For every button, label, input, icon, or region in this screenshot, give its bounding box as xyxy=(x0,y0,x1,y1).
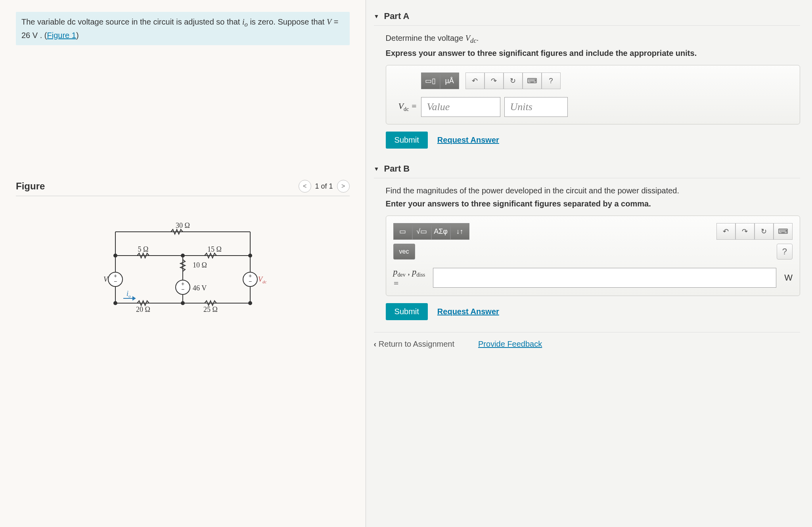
part-b-instruction: Enter your answers to three significant … xyxy=(386,199,800,208)
svg-point-9 xyxy=(181,254,184,257)
figure-title: Figure xyxy=(16,181,45,192)
provide-feedback-link[interactable]: Provide Feedback xyxy=(478,340,542,349)
svg-point-13 xyxy=(249,302,252,305)
greek-button[interactable]: ΑΣφ xyxy=(431,223,450,240)
caret-down-icon: ▼ xyxy=(374,13,379,19)
keyboard-button[interactable]: ⌨ xyxy=(774,223,793,240)
problem-statement: The variable dc voltage source in the ci… xyxy=(16,12,350,45)
format-button[interactable]: ▭ xyxy=(393,223,412,240)
svg-text:5 Ω: 5 Ω xyxy=(138,245,148,253)
part-a-title: Part A xyxy=(384,11,409,21)
part-b-title: Part B xyxy=(384,164,410,174)
vec-button[interactable]: vec xyxy=(393,244,415,260)
units-input[interactable]: Units xyxy=(504,97,568,117)
svg-point-10 xyxy=(249,254,252,257)
svg-text:−: − xyxy=(114,278,117,285)
svg-text:Vdc: Vdc xyxy=(258,275,267,284)
svg-text:10 Ω: 10 Ω xyxy=(193,261,207,269)
svg-point-12 xyxy=(181,302,184,305)
figure-next-button[interactable]: > xyxy=(337,180,350,193)
redo-button[interactable]: ↷ xyxy=(485,73,504,89)
subscript-button[interactable]: ↓↑ xyxy=(450,223,469,240)
part-a-prompt: Determine the voltage Vdc. xyxy=(386,34,800,45)
unit-label: W xyxy=(784,273,793,283)
part-b-prompt: Find the magnitudes of the power develop… xyxy=(386,186,800,195)
redo-button[interactable]: ↷ xyxy=(735,223,755,240)
svg-point-11 xyxy=(114,302,117,305)
problem-text-1: The variable dc voltage source in the ci… xyxy=(21,17,242,26)
part-a-variable: Vdc = xyxy=(393,101,417,113)
v-symbol: V xyxy=(327,17,331,26)
value-input[interactable]: Value xyxy=(421,97,500,117)
part-a-header[interactable]: ▼ Part A xyxy=(374,8,800,26)
return-link[interactable]: Return to Assignment xyxy=(374,340,454,349)
undo-button[interactable]: ↶ xyxy=(716,223,735,240)
submit-button[interactable]: Submit xyxy=(386,303,428,320)
problem-close: ) xyxy=(76,31,79,40)
part-b-header[interactable]: ▼ Part B xyxy=(374,160,800,178)
help-button[interactable]: ? xyxy=(777,244,793,260)
svg-text:−: − xyxy=(181,286,184,292)
svg-text:25 Ω: 25 Ω xyxy=(203,306,218,313)
sqrt-button[interactable]: √▭ xyxy=(412,223,431,240)
caret-down-icon: ▼ xyxy=(374,166,379,172)
part-a-answer-box: ▭▯ µÅ ↶ ↷ ↻ ⌨ ? Vdc = Value Units xyxy=(386,65,800,124)
templates-button[interactable]: ▭▯ xyxy=(421,73,440,89)
help-button[interactable]: ? xyxy=(542,73,561,89)
figure-prev-button[interactable]: < xyxy=(299,180,311,193)
problem-text-2: is zero. Suppose that xyxy=(248,17,327,26)
undo-button[interactable]: ↶ xyxy=(465,73,485,89)
figure-nav-label: 1 of 1 xyxy=(315,182,333,191)
part-b-answer-box: ▭ √▭ ΑΣφ ↓↑ ↶ ↷ ↻ ⌨ vec ? pdev , pdiss= xyxy=(386,216,800,296)
request-answer-link[interactable]: Request Answer xyxy=(437,307,499,316)
svg-text:io: io xyxy=(126,290,131,298)
reset-button[interactable]: ↻ xyxy=(755,223,774,240)
reset-button[interactable]: ↻ xyxy=(504,73,523,89)
submit-button[interactable]: Submit xyxy=(386,132,428,149)
request-answer-link[interactable]: Request Answer xyxy=(437,136,499,145)
svg-text:30 Ω: 30 Ω xyxy=(176,221,190,229)
svg-text:15 Ω: 15 Ω xyxy=(207,245,222,253)
part-b-variable: pdev , pdiss= xyxy=(393,267,429,288)
io-symbol: io xyxy=(242,17,248,26)
svg-text:20 Ω: 20 Ω xyxy=(136,306,150,313)
part-a-instruction: Express your answer to three significant… xyxy=(386,49,800,58)
value-input[interactable] xyxy=(433,268,777,288)
svg-text:−: − xyxy=(249,278,252,285)
svg-point-8 xyxy=(114,254,117,257)
units-button[interactable]: µÅ xyxy=(440,73,459,89)
circuit-diagram: + − + − + − 30 Ω 5 Ω 15 Ω 10 Ω 46 V 20 Ω… xyxy=(92,212,274,323)
figure-link[interactable]: Figure 1 xyxy=(47,31,76,40)
problem-text-3: . ( xyxy=(38,31,47,40)
keyboard-button[interactable]: ⌨ xyxy=(523,73,542,89)
svg-text:46 V: 46 V xyxy=(193,284,207,292)
